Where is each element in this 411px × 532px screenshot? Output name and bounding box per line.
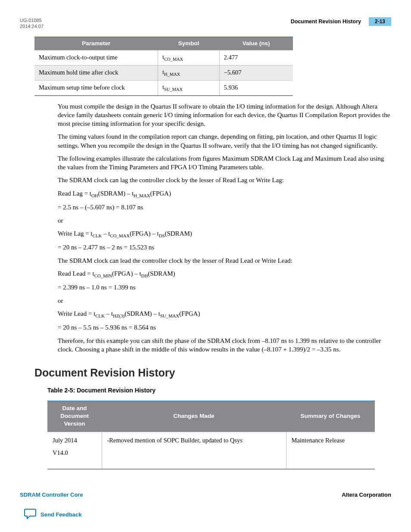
formula-write-lag: Write Lag = tCLK – tCO_MAX(FPGA) – tDS(S… xyxy=(58,229,391,239)
paragraph: Therefore, for this example you can shif… xyxy=(58,336,391,354)
cell-value: −5.607 xyxy=(219,65,293,80)
cell-symbol: tH_MAX xyxy=(158,65,220,80)
table-caption: Table 2-5: Document Revision History xyxy=(47,386,391,395)
or-text: or xyxy=(58,216,391,225)
table-row: Maximum hold time after clock tH_MAX −5.… xyxy=(34,65,293,80)
cell-date-version: July 2014 V14.0 xyxy=(47,432,102,469)
cell-param: Maximum hold time after clock xyxy=(34,65,158,80)
page-footer: SDRAM Controller Core Altera Corporation xyxy=(20,491,391,499)
paragraph: The SDRAM clock can lag the controller c… xyxy=(58,176,391,184)
formula-read-lead: Read Lead = tCO_MIN(FPGA) – tDH(SDRAM) xyxy=(58,269,391,279)
cell-value: 2.477 xyxy=(219,50,293,65)
header-left: UG-01085 2014.24.07 xyxy=(20,17,44,30)
or-text: or xyxy=(58,296,391,305)
feedback-label: Send Feedback xyxy=(40,511,81,519)
col-value: Value (ns) xyxy=(219,37,293,50)
section-heading: Document Revision History xyxy=(34,366,391,380)
page-header: UG-01085 2014.24.07 Document Revision Hi… xyxy=(20,17,391,30)
footer-core-link[interactable]: SDRAM Controller Core xyxy=(20,491,83,499)
paragraph: The timing values found in the compilati… xyxy=(58,132,391,150)
paragraph: The following examples illustrate the ca… xyxy=(58,154,391,172)
header-right: Document Revision History 2-13 xyxy=(291,17,391,26)
col-summary: Summary of Changes xyxy=(286,401,375,432)
table-row: Maximum setup time before clock tSU_MAX … xyxy=(34,80,293,95)
timing-parameters-table: Parameter Symbol Value (ns) Maximum cloc… xyxy=(34,37,293,96)
doc-date: 2014.24.07 xyxy=(20,23,44,29)
table-row: July 2014 V14.0 -Removed mention of SOPC… xyxy=(47,432,375,469)
send-feedback-link[interactable]: Send Feedback xyxy=(24,508,391,521)
formula-read-lag: Read Lag = tOH(SDRAM) – tH_MAX(FPGA) xyxy=(58,189,391,199)
table-row: Maximum clock-to-output time tCO_MAX 2.4… xyxy=(34,50,293,65)
cell-param: Maximum clock-to-output time xyxy=(34,50,158,65)
cell-symbol: tCO_MAX xyxy=(158,50,220,65)
feedback-icon xyxy=(24,508,36,521)
page-number-badge: 2-13 xyxy=(369,17,391,26)
col-date-version: Date and Document Version xyxy=(47,401,102,432)
footer-company: Altera Corporation xyxy=(342,491,391,499)
paragraph: You must compile the design in the Quart… xyxy=(58,102,391,128)
col-symbol: Symbol xyxy=(158,37,220,50)
result: = 2.399 ns – 1.0 ns = 1.399 ns xyxy=(58,283,391,292)
result: = 20 ns – 2.477 ns – 2 ns = 15.523 ns xyxy=(58,243,391,252)
cell-summary: Maintenance Release xyxy=(286,432,375,469)
revision-history-table: Date and Document Version Changes Made S… xyxy=(47,401,375,470)
paragraph: The SDRAM clock can lead the controller … xyxy=(58,256,391,265)
formula-write-lead: Write Lead = tCLK – tHZ(3)(SDRAM) – tSU_… xyxy=(58,309,391,319)
cell-param: Maximum setup time before clock xyxy=(34,80,158,95)
header-section-title: Document Revision History xyxy=(291,18,361,25)
cell-symbol: tSU_MAX xyxy=(158,80,220,95)
doc-id: UG-01085 xyxy=(20,17,44,23)
cell-value: 5.936 xyxy=(219,80,293,95)
result: = 20 ns – 5.5 ns – 5.936 ns = 8.564 ns xyxy=(58,323,391,332)
col-parameter: Parameter xyxy=(34,37,158,50)
body-content: You must compile the design in the Quart… xyxy=(58,102,391,354)
col-changes: Changes Made xyxy=(102,401,286,432)
cell-changes: -Removed mention of SOPC Builder, update… xyxy=(102,432,286,469)
result: = 2.5 ns – (–5.607 ns) = 8.107 ns xyxy=(58,203,391,212)
